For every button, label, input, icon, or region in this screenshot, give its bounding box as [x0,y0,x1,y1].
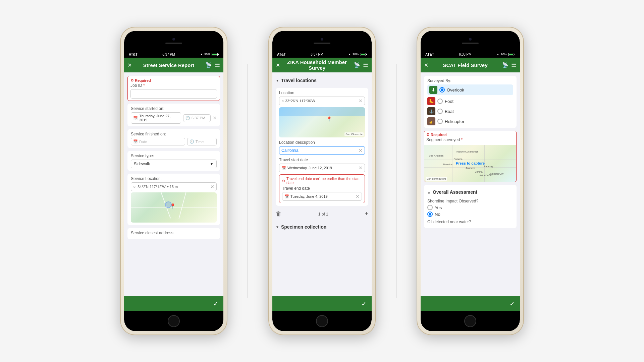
header-icons-2: 📡 ☰ [354,61,368,69]
clear-started-btn[interactable]: ✕ [213,115,217,121]
cal-icon-1: 📅 [133,116,138,120]
specimen-section-header[interactable]: ▼ Specimen collection [276,222,368,232]
delete-btn[interactable]: 🗑 [276,210,282,218]
home-btn-2[interactable] [316,315,328,327]
speaker-3 [462,43,479,44]
scroll-content-3: Surveyed By: ⬇ Overlook [421,72,520,296]
service-type-group: Service type: Sidewalk ▼ [127,151,220,171]
radio-foot[interactable]: 🦶 Foot [427,97,513,105]
location-icon-2[interactable]: 📡 [354,62,360,68]
press-to-capture-label[interactable]: Press to capture [456,161,485,165]
radio-overlook[interactable]: ⬇ Overlook [427,84,513,95]
menu-icon-2[interactable]: ☰ [363,61,368,69]
time-1: 6:37 PM [162,53,175,56]
phone-3-bottom [421,311,520,331]
battery-1: 98% [204,53,210,56]
travel-start-date[interactable]: 📅 Wednesday, June 12, 2019 ✕ [279,164,365,172]
app-title-3: SCAT Field Survey [428,62,502,68]
radio-no-circle[interactable] [427,212,433,217]
service-started-date[interactable]: 📅 Thursday, June 27, 2019 [131,112,181,124]
status-right-2: ▲ 98% [348,53,367,56]
foot-label: Foot [445,99,453,104]
service-started-time[interactable]: 🕐 6:37 PM [183,114,211,122]
service-finished-row: 📅 Date 🕐 Time [131,138,217,145]
status-bar-3: AT&T 6:38 PM ▲ 98% [421,51,520,58]
helicopter-label: Helicopter [445,119,465,124]
battery-2: 98% [353,53,359,56]
surveyed-by-label: Surveyed By: [427,78,513,83]
close-icon-2[interactable]: ✕ [276,62,280,68]
app-title-1: Street Service Report [132,62,206,68]
travel-end-date[interactable]: 📅 Tuesday, June 4, 2019 ✕ [282,192,362,201]
status-bar-2: AT&T 6:37 PM ▲ 98% [272,51,372,58]
service-map-thumb[interactable]: 📍 [131,192,217,223]
header-icons-1: 📡 ☰ [206,61,220,69]
segment-label: Segment surveyed * [426,137,514,142]
job-id-input[interactable] [130,89,217,99]
clear-desc-btn[interactable]: ✕ [359,148,363,153]
radio-foot-circle[interactable] [437,99,443,104]
submit-btn-1[interactable]: ✓ [213,300,219,308]
phone-1-bottom [124,311,223,331]
assessment-header[interactable]: ▼ Overall Assessment [427,187,513,199]
service-address-label: Service closest address: [131,231,217,235]
clear-location-btn[interactable]: ✕ [210,184,214,189]
signal-icon-3: ▲ [496,53,499,56]
submit-btn-3[interactable]: ✓ [509,300,515,308]
segment-error-label: ⊘ Required [426,132,514,137]
radio-helicopter[interactable]: 🚁 Helicopter [427,117,513,125]
service-location-coords: ○ 34°2'N 117°12'W ± 16 m ✕ [131,182,217,191]
app-content-1: ⊘ Required Job ID * Service started on: [124,72,223,311]
phone-2-top [272,31,372,51]
radio-boat[interactable]: ⚓ Boat [427,107,513,115]
location-icon-1[interactable]: 📡 [206,62,212,68]
add-btn[interactable]: + [365,210,368,218]
location-desc-row[interactable]: California ✕ [279,146,365,155]
divider-2 [396,64,396,298]
phone-2-bottom [272,311,372,331]
close-icon-1[interactable]: ✕ [127,62,132,68]
yes-label: Yes [435,205,442,210]
submit-btn-2[interactable]: ✓ [361,300,367,308]
app-content-2: ▼ Travel locations Location ○ 33°26'N 11… [272,72,372,311]
service-finished-time[interactable]: 🕐 Time [187,138,217,145]
service-finished-label: Service finished on: [131,132,217,136]
cal-icon-3: 📅 [281,166,286,170]
assessment-title: Overall Assessment [433,189,477,195]
camera-1 [172,38,175,41]
location-coords-row: ○ 33°26'N 117°36'W ✕ [279,97,365,105]
clear-end-btn[interactable]: ✕ [356,194,360,199]
pagination-text: 1 of 1 [318,212,328,217]
menu-icon-1[interactable]: ☰ [215,61,220,69]
location-icon-3[interactable]: 📡 [502,62,508,68]
service-started-row: 📅 Thursday, June 27, 2019 🕐 6:37 PM ✕ [131,112,217,124]
carrier-2: AT&T [277,53,286,56]
close-icon-3[interactable]: ✕ [424,62,428,68]
phone-3-top [421,31,520,51]
radio-boat-circle[interactable] [437,109,443,114]
travel-section-header[interactable]: ▼ Travel locations [276,76,368,85]
segment-map-thumb[interactable]: Los Angeles Rancho Cucamonga Pomona Rive… [424,145,516,182]
menu-icon-3[interactable]: ☰ [511,61,517,69]
home-btn-1[interactable] [168,315,180,327]
app-footer-2: ✓ [272,296,372,311]
radio-yes[interactable]: Yes [427,205,513,210]
radio-overlook-circle[interactable] [439,87,445,93]
service-type-select[interactable]: Sidewalk ▼ [131,160,217,168]
job-id-label: Job ID * [130,83,217,88]
radio-yes-circle[interactable] [427,205,433,210]
location-desc-label: Location description [279,140,365,145]
travel-error-box: ⊘ Travel end date can't be earlier than … [279,174,365,203]
location-label-2: Location [279,90,365,95]
app-header-1: ✕ Street Service Report 📡 ☰ [124,58,223,72]
radio-helicopter-circle[interactable] [437,119,443,124]
location-map-thumb[interactable]: 📍 San Clemente [279,107,365,137]
service-finished-date[interactable]: 📅 Date [131,138,185,145]
error-icon-3: ⊘ [426,132,429,137]
clear-location-btn-2[interactable]: ✕ [359,98,363,104]
job-id-group: ⊘ Required Job ID * [127,76,220,101]
home-btn-3[interactable] [464,315,476,327]
clear-start-btn[interactable]: ✕ [359,165,363,171]
location-circle-icon: ○ [133,184,136,189]
radio-no[interactable]: No [427,212,513,217]
